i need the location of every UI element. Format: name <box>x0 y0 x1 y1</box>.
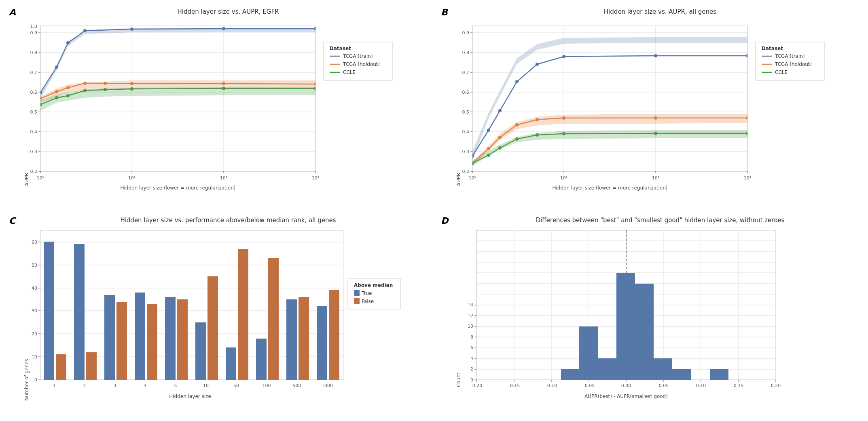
svg-rect-169 <box>286 299 297 380</box>
svg-rect-155 <box>74 244 85 380</box>
svg-text:True: True <box>361 290 372 296</box>
svg-rect-232 <box>579 326 598 380</box>
svg-rect-156 <box>86 352 97 380</box>
svg-rect-162 <box>177 299 188 380</box>
svg-text:0.05: 0.05 <box>659 383 669 388</box>
svg-point-100 <box>654 116 657 120</box>
svg-point-18 <box>130 27 133 31</box>
svg-rect-0 <box>40 26 315 171</box>
svg-text:0.15: 0.15 <box>734 383 744 388</box>
svg-text:False: False <box>362 299 374 304</box>
svg-rect-201 <box>354 290 360 296</box>
svg-rect-158 <box>116 302 127 380</box>
svg-point-109 <box>746 132 749 135</box>
svg-text:0.9: 0.9 <box>462 30 470 36</box>
svg-text:30: 30 <box>32 308 37 314</box>
svg-point-28 <box>314 82 317 86</box>
svg-point-102 <box>471 162 474 165</box>
svg-point-104 <box>498 146 502 149</box>
svg-text:CCLE: CCLE <box>343 69 356 75</box>
svg-text:8: 8 <box>470 335 473 340</box>
svg-text:Hidden layer size (lower = mor: Hidden layer size (lower = more regulari… <box>120 185 235 191</box>
panel-a: A Hidden layer size vs. AUPR, EGFR <box>4 4 432 208</box>
svg-rect-85 <box>472 26 747 171</box>
svg-point-21 <box>39 97 42 100</box>
svg-point-93 <box>746 54 749 57</box>
svg-text:60: 60 <box>32 240 37 245</box>
svg-point-32 <box>83 89 87 92</box>
svg-point-103 <box>487 154 490 157</box>
svg-text:10²: 10² <box>220 175 227 181</box>
svg-point-90 <box>536 63 539 66</box>
panel-a-label: A <box>9 7 16 17</box>
svg-rect-144 <box>40 230 344 380</box>
svg-text:0.4: 0.4 <box>462 129 470 135</box>
svg-rect-168 <box>268 258 279 380</box>
svg-text:0.3: 0.3 <box>30 149 38 154</box>
svg-text:CCLE: CCLE <box>775 69 788 75</box>
panel-c-title: Hidden layer size vs. performance above/… <box>28 217 428 224</box>
svg-text:10¹: 10¹ <box>128 175 135 181</box>
svg-text:50: 50 <box>32 263 37 268</box>
svg-rect-231 <box>561 369 580 380</box>
svg-text:1000: 1000 <box>322 383 333 388</box>
svg-text:AUPR(best) - AUPR(smallest goo: AUPR(best) - AUPR(smallest good) <box>584 394 668 399</box>
svg-point-16 <box>66 41 70 44</box>
panel-b: B Hidden layer size vs. AUPR, all genes <box>436 4 864 208</box>
svg-text:10: 10 <box>203 383 209 388</box>
svg-text:10³: 10³ <box>312 175 319 181</box>
svg-point-35 <box>222 87 225 90</box>
svg-rect-233 <box>598 358 616 380</box>
svg-point-89 <box>515 80 519 83</box>
svg-text:0.3: 0.3 <box>462 149 470 154</box>
svg-text:0.7: 0.7 <box>462 70 470 75</box>
panel-d-chart: 0 2 4 6 8 10 12 14 -0.20 -0.15 -0.10 -0.… <box>448 226 836 404</box>
svg-point-23 <box>66 86 70 89</box>
svg-point-88 <box>498 109 502 112</box>
panel-d: D Differences between "best" and "smalle… <box>436 213 864 417</box>
svg-text:3: 3 <box>114 383 116 388</box>
svg-text:0: 0 <box>470 377 473 383</box>
svg-text:1.0: 1.0 <box>30 24 38 29</box>
svg-text:5: 5 <box>174 383 177 388</box>
svg-text:2: 2 <box>470 366 473 372</box>
svg-text:10⁰: 10⁰ <box>37 175 44 181</box>
svg-point-95 <box>487 147 490 150</box>
panel-c: C Hidden layer size vs. performance abov… <box>4 213 432 417</box>
svg-text:12: 12 <box>468 313 473 318</box>
panel-c-label: C <box>9 216 15 226</box>
svg-text:0.5: 0.5 <box>30 109 38 115</box>
svg-text:0: 0 <box>34 377 37 383</box>
svg-text:TCGA (train): TCGA (train) <box>775 53 805 59</box>
svg-rect-163 <box>195 322 206 380</box>
svg-text:0.8: 0.8 <box>30 50 38 55</box>
svg-text:0.4: 0.4 <box>30 129 38 135</box>
svg-point-20 <box>314 27 317 30</box>
svg-point-30 <box>55 96 58 99</box>
svg-point-33 <box>104 88 107 91</box>
svg-point-22 <box>55 90 58 93</box>
svg-text:10⁰: 10⁰ <box>469 175 476 181</box>
svg-point-29 <box>39 103 42 106</box>
svg-text:20: 20 <box>32 331 37 337</box>
svg-rect-167 <box>256 339 267 380</box>
svg-text:0.6: 0.6 <box>462 90 470 95</box>
svg-rect-165 <box>226 347 236 380</box>
panel-a-title: Hidden layer size vs. AUPR, EGFR <box>28 8 428 15</box>
svg-point-98 <box>536 118 539 121</box>
panel-c-chart: 0 10 20 30 40 50 60 1 2 3 4 5 10 50 100 … <box>16 226 404 404</box>
svg-text:AUPR: AUPR <box>24 173 30 186</box>
svg-point-101 <box>746 116 749 120</box>
svg-text:-0.05: -0.05 <box>583 383 595 388</box>
panel-b-label: B <box>441 7 448 17</box>
svg-text:0.20: 0.20 <box>771 383 781 388</box>
svg-text:0.7: 0.7 <box>30 70 38 75</box>
svg-text:500: 500 <box>293 383 301 388</box>
svg-rect-235 <box>635 284 654 380</box>
svg-text:Number of genes: Number of genes <box>24 359 30 401</box>
svg-rect-159 <box>135 293 145 380</box>
svg-point-86 <box>471 154 474 158</box>
svg-rect-236 <box>654 358 672 380</box>
svg-text:10: 10 <box>32 354 37 360</box>
svg-point-96 <box>498 136 502 139</box>
